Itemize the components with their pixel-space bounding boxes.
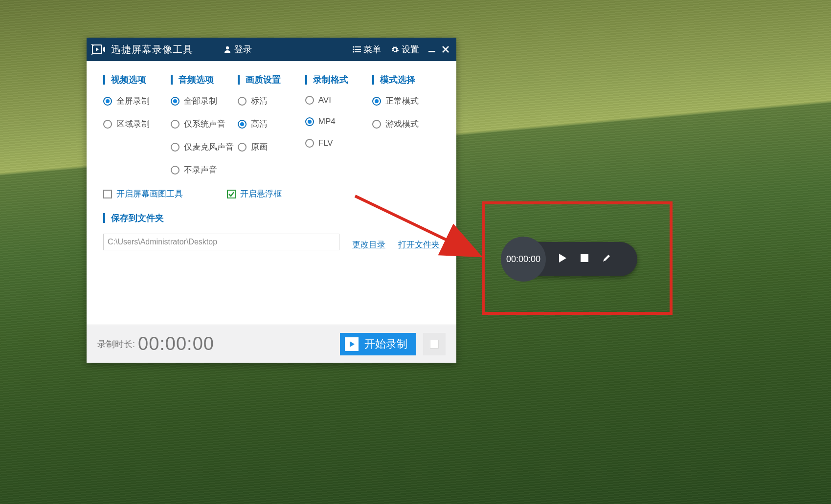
save-header: 保存到文件夹: [103, 213, 440, 223]
svg-point-5: [353, 46, 354, 47]
float-box-label: 开启悬浮框: [240, 188, 282, 199]
format-option[interactable]: FLV: [305, 138, 373, 148]
login-label: 登录: [234, 44, 252, 55]
audio-option[interactable]: 不录声音: [171, 164, 238, 175]
svg-point-7: [353, 48, 354, 50]
change-dir-link[interactable]: 更改目录: [352, 239, 385, 250]
mode-options-column: 模式选择正常模式游戏模式: [372, 75, 440, 187]
window-body: 视频选项全屏录制区域录制 音频选项全部录制仅系统声音仅麦克风声音不录声音 画质设…: [87, 61, 456, 325]
quality-option[interactable]: 原画: [238, 141, 305, 153]
svg-marker-1: [96, 47, 99, 51]
audio-option-label: 仅系统声音: [184, 118, 225, 130]
menu-button[interactable]: 菜单: [353, 44, 381, 55]
duration-time: 00:00:00: [138, 333, 214, 354]
svg-line-3: [91, 53, 93, 55]
float-play-button[interactable]: [558, 253, 567, 265]
quality-option-label: 标清: [251, 95, 268, 107]
format-header: 录制格式: [305, 75, 373, 85]
stop-record-button[interactable]: [423, 333, 446, 355]
audio-header: 音频选项: [171, 75, 238, 85]
save-path-input[interactable]: C:\Users\Administrator\Desktop: [103, 234, 339, 250]
checkbox-icon: [227, 190, 236, 198]
menu-label: 菜单: [363, 44, 381, 55]
radio-icon: [171, 166, 180, 175]
mode-option[interactable]: 游戏模式: [372, 118, 440, 130]
gear-icon: [391, 45, 399, 54]
svg-rect-11: [428, 51, 435, 52]
radio-icon: [238, 143, 247, 152]
quality-option[interactable]: 标清: [238, 95, 305, 107]
floating-toolbar[interactable]: 00:00:00: [506, 242, 637, 276]
format-option-label: MP4: [318, 117, 336, 127]
format-option[interactable]: MP4: [305, 117, 373, 127]
svg-point-4: [226, 46, 229, 49]
video-header: 视频选项: [103, 75, 171, 85]
settings-label: 设置: [402, 44, 419, 55]
svg-rect-8: [355, 49, 361, 50]
checkbox-row: 开启屏幕画图工具 开启悬浮框: [103, 188, 440, 199]
titlebar[interactable]: 迅捷屏幕录像工具 登录 菜单 设置: [87, 38, 456, 61]
user-icon: [224, 45, 231, 53]
audio-option[interactable]: 全部录制: [171, 95, 238, 107]
quality-option[interactable]: 高清: [238, 118, 305, 130]
quality-options-column: 画质设置标清高清原画: [238, 75, 305, 187]
options-grid: 视频选项全屏录制区域录制 音频选项全部录制仅系统声音仅麦克风声音不录声音 画质设…: [103, 75, 440, 187]
float-timer: 00:00:00: [506, 254, 540, 264]
radio-icon: [238, 97, 247, 106]
draw-tool-label: 开启屏幕画图工具: [116, 188, 183, 199]
radio-icon: [305, 96, 314, 105]
svg-marker-15: [559, 254, 566, 263]
format-option-label: AVI: [318, 95, 331, 105]
start-record-button[interactable]: 开始录制: [340, 333, 416, 355]
mode-option[interactable]: 正常模式: [372, 95, 440, 107]
float-edit-button[interactable]: [602, 253, 611, 265]
footer-bar: 录制时长: 00:00:00 开始录制: [87, 325, 456, 363]
audio-option-label: 不录声音: [184, 164, 217, 175]
video-options-column: 视频选项全屏录制区域录制: [103, 75, 171, 187]
quality-option-label: 原画: [251, 141, 268, 153]
mode-option-label: 游戏模式: [385, 118, 419, 130]
start-record-label: 开始录制: [364, 337, 407, 351]
radio-icon: [103, 120, 112, 129]
pencil-icon: [602, 253, 611, 263]
close-button[interactable]: [442, 45, 449, 53]
app-logo-icon: [91, 44, 106, 55]
audio-options-column: 音频选项全部录制仅系统声音仅麦克风声音不录声音: [171, 75, 238, 187]
quality-option-label: 高清: [251, 118, 268, 130]
svg-marker-14: [350, 341, 355, 347]
audio-option[interactable]: 仅麦克风声音: [171, 141, 238, 153]
video-option[interactable]: 区域录制: [103, 118, 171, 130]
float-stop-button[interactable]: [580, 254, 589, 264]
enable-float-box-checkbox[interactable]: 开启悬浮框: [227, 188, 282, 199]
app-window: 迅捷屏幕录像工具 登录 菜单 设置: [87, 38, 456, 363]
save-section: 保存到文件夹 C:\Users\Administrator\Desktop 更改…: [103, 213, 440, 250]
radio-icon: [238, 120, 247, 129]
video-option[interactable]: 全屏录制: [103, 95, 171, 107]
menu-icon: [353, 46, 361, 53]
minimize-icon: [428, 45, 436, 53]
login-button[interactable]: 登录: [224, 44, 252, 55]
format-options-column: 录制格式AVIMP4FLV: [305, 75, 373, 187]
audio-option-label: 全部录制: [184, 95, 217, 107]
svg-line-2: [91, 44, 93, 46]
radio-icon: [305, 117, 314, 126]
audio-option[interactable]: 仅系统声音: [171, 118, 238, 130]
svg-point-9: [353, 51, 354, 52]
settings-button[interactable]: 设置: [391, 44, 419, 55]
video-option-label: 区域录制: [116, 118, 150, 130]
radio-icon: [372, 97, 381, 106]
duration-label: 录制时长:: [97, 338, 135, 350]
enable-draw-tool-checkbox[interactable]: 开启屏幕画图工具: [103, 188, 183, 199]
close-icon: [442, 45, 449, 53]
mode-option-label: 正常模式: [385, 95, 419, 107]
quality-header: 画质设置: [238, 75, 305, 85]
open-dir-link[interactable]: 打开文件夹: [398, 239, 440, 250]
checkbox-icon: [103, 190, 112, 198]
minimize-button[interactable]: [428, 45, 436, 53]
radio-icon: [171, 143, 180, 152]
format-option[interactable]: AVI: [305, 95, 373, 105]
svg-rect-6: [355, 46, 361, 47]
radio-icon: [372, 120, 381, 129]
radio-icon: [171, 97, 180, 106]
audio-option-label: 仅麦克风声音: [184, 141, 234, 153]
